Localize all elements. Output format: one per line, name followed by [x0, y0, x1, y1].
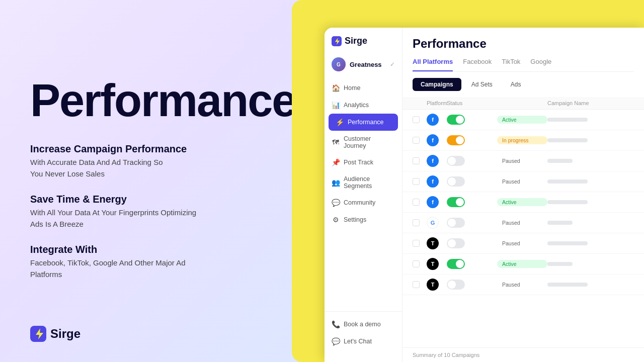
- row-checkbox[interactable]: [413, 116, 420, 123]
- chat-icon: 💬: [332, 337, 340, 345]
- table-row: f Paused: [403, 151, 644, 171]
- toggle-switch[interactable]: [447, 115, 465, 125]
- tiktok-icon: T: [427, 237, 439, 249]
- facebook-icon: f: [427, 155, 439, 167]
- avatar: G: [332, 57, 346, 71]
- status-badge: Paused: [497, 157, 547, 165]
- row-checkbox[interactable]: [413, 157, 420, 164]
- tab-facebook[interactable]: Facebook: [463, 58, 492, 71]
- nav-label-settings: Settings: [344, 216, 366, 223]
- status-badge: Paused: [497, 219, 547, 227]
- sidebar-item-post-track[interactable]: 📌 Post Track: [325, 154, 402, 171]
- device-frame: Sirge G Greatness ✓ 🏠 Home 📊 Analytics ⚡…: [325, 28, 644, 362]
- col-status: Status: [447, 100, 497, 106]
- phone-icon: 📞: [332, 320, 340, 328]
- sidebar-logo: Sirge: [325, 36, 402, 53]
- sirge-bolt-icon: [30, 326, 46, 342]
- account-name: Greatness: [350, 61, 386, 68]
- bottom-logo: Sirge: [30, 326, 80, 342]
- chat-label: Let's Chat: [344, 338, 372, 345]
- status-badge: Paused: [497, 281, 547, 289]
- journey-icon: 🗺: [332, 138, 340, 146]
- sidebar-item-settings[interactable]: ⚙ Settings: [325, 211, 402, 228]
- analytics-icon: 📊: [332, 101, 340, 109]
- row-checkbox[interactable]: [413, 260, 420, 267]
- nav-label-posttrack: Post Track: [344, 159, 373, 166]
- book-demo-label: Book a demo: [344, 321, 381, 328]
- account-check-icon: ✓: [390, 61, 395, 68]
- campaign-bar: [547, 138, 588, 142]
- status-badge: Active: [497, 198, 547, 206]
- col-toggle: [497, 100, 547, 106]
- sidebar-item-audience[interactable]: 👥 Audience Segments: [325, 171, 402, 194]
- sidebar-bottom: 📞 Book a demo 💬 Let's Chat: [325, 311, 402, 354]
- main-title: Performance: [413, 37, 634, 51]
- table-container: Platform Status Campaign Name f Active: [403, 97, 644, 347]
- tab-google[interactable]: Google: [530, 58, 551, 71]
- campaign-bar: [547, 159, 573, 163]
- table-row: T Paused: [403, 233, 644, 254]
- chat-button[interactable]: 💬 Let's Chat: [325, 333, 402, 350]
- campaign-bar: [547, 221, 573, 225]
- nav-label-home: Home: [344, 84, 360, 92]
- performance-icon: ⚡: [336, 118, 344, 126]
- toggle-switch[interactable]: [447, 156, 465, 166]
- nav-label-performance: Performance: [348, 119, 384, 126]
- subtab-campaigns[interactable]: Campaigns: [413, 78, 461, 91]
- subtab-adsets[interactable]: Ad Sets: [463, 78, 501, 91]
- campaign-bar: [547, 283, 588, 287]
- table-row: T Active: [403, 254, 644, 275]
- campaign-bar: [547, 241, 588, 245]
- status-badge: Active: [497, 260, 547, 268]
- col-platform: Platform: [427, 100, 447, 106]
- account-row[interactable]: G Greatness ✓: [325, 53, 402, 75]
- posttrack-icon: 📌: [332, 158, 340, 166]
- facebook-icon: f: [427, 196, 439, 208]
- main-content: Performance All Platforms Facebook TikTo…: [403, 28, 644, 362]
- home-icon: 🏠: [332, 84, 340, 92]
- status-badge: Paused: [497, 239, 547, 247]
- table-footer: Summary of 10 Campaigns: [403, 347, 644, 362]
- table-row: f Active: [403, 110, 644, 130]
- subtab-ads[interactable]: Ads: [503, 78, 529, 91]
- audience-icon: 👥: [332, 178, 340, 187]
- row-checkbox[interactable]: [413, 281, 420, 288]
- logo-text: Sirge: [50, 327, 80, 341]
- nav-label-community: Community: [344, 199, 375, 206]
- campaign-bar: [547, 262, 573, 266]
- sidebar-item-analytics[interactable]: 📊 Analytics: [325, 97, 402, 114]
- sidebar-item-performance[interactable]: ⚡ Performance: [329, 114, 398, 131]
- table-row: f Paused: [403, 171, 644, 192]
- row-checkbox[interactable]: [413, 178, 420, 185]
- row-checkbox[interactable]: [413, 199, 420, 206]
- toggle-switch[interactable]: [447, 238, 465, 248]
- book-demo-button[interactable]: 📞 Book a demo: [325, 316, 402, 333]
- toggle-switch[interactable]: [447, 197, 465, 207]
- tab-all-platforms[interactable]: All Platforms: [413, 58, 453, 71]
- toggle-switch[interactable]: [447, 259, 465, 269]
- status-badge: Active: [497, 116, 547, 124]
- google-icon: G: [427, 217, 439, 229]
- sidebar-item-home[interactable]: 🏠 Home: [325, 79, 402, 97]
- col-check: [413, 100, 427, 106]
- col-campaign: Campaign Name: [547, 100, 634, 106]
- toggle-switch[interactable]: [447, 135, 465, 145]
- nav-label-analytics: Analytics: [344, 102, 369, 109]
- table-row: f In progress: [403, 130, 644, 151]
- toggle-switch[interactable]: [447, 218, 465, 228]
- app-sidebar: Sirge G Greatness ✓ 🏠 Home 📊 Analytics ⚡…: [325, 28, 403, 362]
- tab-tiktok[interactable]: TikTok: [502, 58, 520, 71]
- row-checkbox[interactable]: [413, 219, 420, 226]
- row-checkbox[interactable]: [413, 137, 420, 144]
- table-header: Platform Status Campaign Name: [403, 97, 644, 110]
- toggle-switch[interactable]: [447, 280, 465, 290]
- sidebar-logo-text: Sirge: [345, 36, 367, 46]
- campaign-bar: [547, 200, 588, 204]
- community-icon: 💬: [332, 199, 340, 207]
- row-checkbox[interactable]: [413, 240, 420, 247]
- campaign-bar: [547, 179, 588, 184]
- sidebar-item-customer-journey[interactable]: 🗺 Customer Journey: [325, 131, 402, 154]
- sidebar-item-community[interactable]: 💬 Community: [325, 194, 402, 211]
- facebook-icon: f: [427, 175, 439, 188]
- toggle-switch[interactable]: [447, 176, 465, 187]
